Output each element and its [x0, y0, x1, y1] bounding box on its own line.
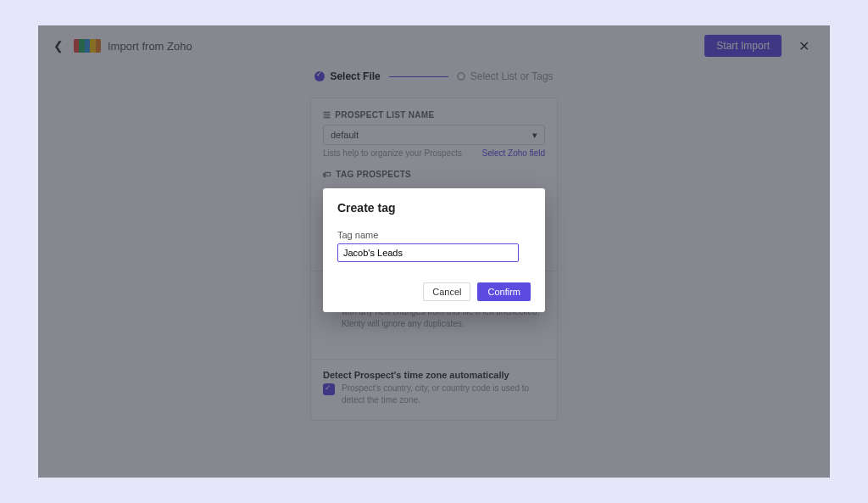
create-tag-modal: Create tag Tag name Cancel Confirm: [323, 188, 545, 312]
cancel-button[interactable]: Cancel: [423, 282, 470, 301]
tag-name-input[interactable]: [337, 243, 519, 262]
modal-title: Create tag: [337, 201, 531, 215]
confirm-button[interactable]: Confirm: [477, 282, 531, 301]
tag-name-label: Tag name: [337, 230, 531, 240]
